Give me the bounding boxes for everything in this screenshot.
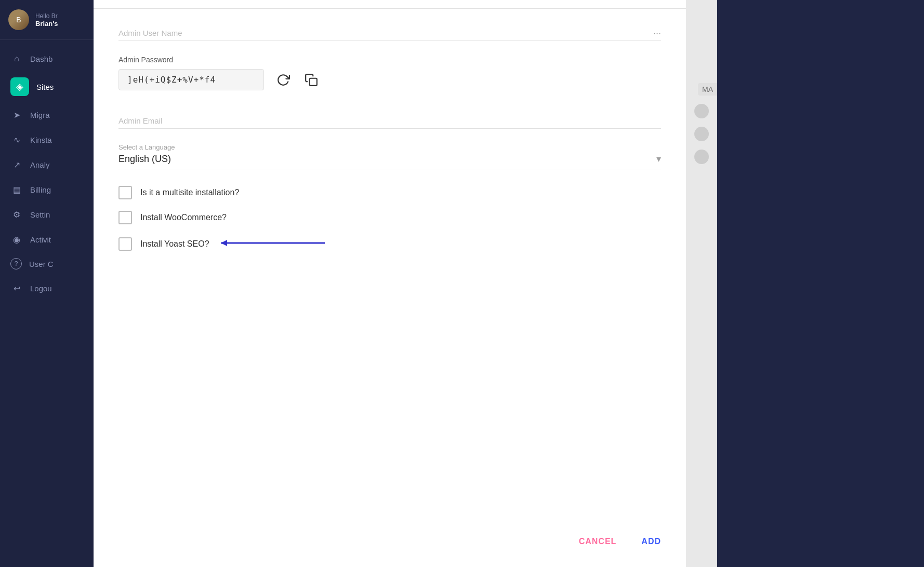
language-label: Select a Language (118, 143, 661, 151)
sidebar-label-activity: Activit (30, 235, 51, 244)
woocommerce-checkbox-item[interactable]: Install WooCommerce? (118, 211, 661, 224)
billing-icon: ▤ (10, 183, 23, 196)
sidebar-label-analytics: Analy (30, 160, 50, 169)
regenerate-button[interactable] (274, 71, 292, 89)
users-icon: ? (10, 258, 22, 269)
sidebar-label-sites: Sites (36, 83, 54, 91)
language-value: English (US) (118, 154, 171, 165)
analytics-icon: ↗ (10, 158, 23, 171)
migrations-icon: ➤ (10, 109, 23, 121)
sidebar-nav: ⌂ Dashb ◈ Sites ➤ Migra ∿ Kinsta ↗ Analy… (0, 40, 94, 567)
right-handle-2[interactable] (694, 127, 709, 141)
admin-username-field: ··· (118, 25, 661, 41)
annotation-arrow (216, 236, 330, 252)
right-handle-3[interactable] (694, 150, 709, 164)
dialog-panel: ··· Admin Password ]eH(+iQ$Z+%V+*f4 (94, 0, 686, 567)
activity-icon: ◉ (10, 233, 23, 246)
sidebar-label-dashboard: Dashb (30, 55, 52, 63)
yoast-label-row: Install Yoast SEO? (140, 236, 330, 252)
checkbox-group: Is it a multisite installation? Install … (118, 186, 661, 264)
yoast-checkbox[interactable] (118, 237, 132, 251)
yoast-label: Install Yoast SEO? (140, 239, 209, 249)
password-box: ]eH(+iQ$Z+%V+*f4 (118, 69, 661, 90)
admin-email-input[interactable] (118, 113, 661, 129)
sidebar-item-kinsta[interactable]: ∿ Kinsta (0, 127, 94, 152)
kinsta-icon: ∿ (10, 133, 23, 146)
sidebar-item-analytics[interactable]: ↗ Analy (0, 152, 94, 177)
admin-username-input[interactable] (118, 25, 661, 41)
dialog-overlay: ··· Admin Password ]eH(+iQ$Z+%V+*f4 (94, 0, 924, 567)
sidebar-item-dashboard[interactable]: ⌂ Dashb (0, 46, 94, 71)
multisite-label: Is it a multisite installation? (140, 188, 239, 197)
admin-password-section: Admin Password ]eH(+iQ$Z+%V+*f4 (118, 56, 661, 90)
admin-email-field (118, 113, 661, 129)
sites-icon: ◈ (14, 80, 26, 93)
top-divider (94, 8, 686, 9)
svg-rect-0 (310, 78, 317, 85)
sidebar-item-users[interactable]: ? User C (0, 252, 94, 276)
language-select-field: Select a Language English (US) ▾ (118, 143, 661, 169)
sidebar-item-activity[interactable]: ◉ Activit (0, 227, 94, 252)
cancel-button[interactable]: CANCEL (579, 533, 617, 550)
sidebar-item-settings[interactable]: ⚙ Settin (0, 202, 94, 227)
right-handle-1[interactable] (694, 104, 709, 118)
user-name: Brian's (35, 20, 58, 28)
language-select[interactable]: English (US) ▾ (118, 153, 661, 169)
password-label: Admin Password (118, 56, 661, 64)
sidebar-item-logout[interactable]: ↩ Logou (0, 276, 94, 301)
woocommerce-label: Install WooCommerce? (140, 213, 227, 222)
sidebar-label-billing: Billing (30, 185, 51, 194)
multisite-checkbox[interactable] (118, 186, 132, 199)
home-icon: ⌂ (10, 52, 23, 65)
copy-button[interactable] (302, 71, 320, 89)
main-area: ··· Admin Password ]eH(+iQ$Z+%V+*f4 (94, 0, 924, 567)
dialog-footer: CANCEL ADD (118, 520, 661, 567)
multisite-checkbox-item[interactable]: Is it a multisite installation? (118, 186, 661, 199)
right-panel: MA (686, 0, 717, 567)
sidebar: B Hello Br Brian's ⌂ Dashb ◈ Sites ➤ Mig… (0, 0, 94, 567)
yoast-checkbox-item[interactable]: Install Yoast SEO? (118, 236, 661, 252)
sidebar-label-settings: Settin (30, 210, 50, 219)
sidebar-label-users: User C (29, 260, 54, 268)
sidebar-item-sites[interactable]: ◈ Sites (0, 71, 94, 102)
avatar: B (8, 9, 29, 30)
woocommerce-checkbox[interactable] (118, 211, 132, 224)
password-value: ]eH(+iQ$Z+%V+*f4 (118, 69, 264, 90)
ma-label: MA (698, 83, 717, 96)
sidebar-label-logout: Logou (30, 284, 52, 293)
logout-icon: ↩ (10, 282, 23, 294)
sidebar-label-migrations: Migra (30, 111, 50, 119)
chevron-down-icon: ▾ (656, 153, 661, 165)
settings-icon: ⚙ (10, 208, 23, 221)
more-options-icon[interactable]: ··· (653, 28, 661, 39)
svg-marker-2 (221, 240, 227, 246)
sites-icon-bg: ◈ (10, 77, 29, 96)
sidebar-item-billing[interactable]: ▤ Billing (0, 177, 94, 202)
add-button[interactable]: ADD (641, 533, 661, 550)
user-info: Hello Br Brian's (35, 12, 58, 28)
avatar-image: B (8, 9, 29, 30)
sidebar-header: B Hello Br Brian's (0, 0, 94, 40)
sidebar-label-kinsta: Kinsta (30, 136, 52, 144)
greeting-text: Hello Br (35, 12, 58, 20)
sidebar-item-migrations[interactable]: ➤ Migra (0, 102, 94, 127)
